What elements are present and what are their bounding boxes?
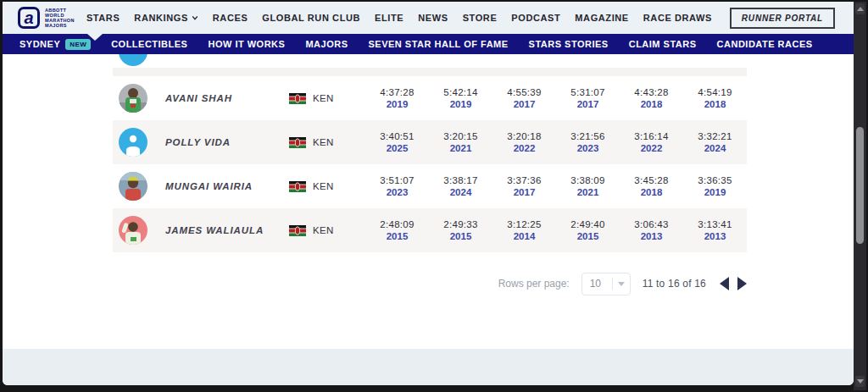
race-time: 3:40:51 — [365, 131, 429, 141]
kenya-flag-icon — [289, 93, 306, 104]
race-year-link[interactable]: 2019 — [429, 99, 492, 109]
nav-item-global-run-club[interactable]: GLOBAL RUN CLUB — [262, 13, 360, 23]
avatar — [119, 84, 147, 113]
kenya-flag-icon — [289, 225, 306, 236]
avatar — [119, 54, 147, 66]
race-year-link[interactable]: 2017 — [492, 187, 556, 197]
table-row[interactable]: JAMES WALIAULA KEN 2:48:092015 2:49:3320… — [113, 208, 747, 252]
race-time: 5:31:07 — [556, 87, 620, 97]
race-time: 3:36:35 — [683, 175, 747, 185]
nav-item-rankings[interactable]: RANKINGS — [134, 13, 198, 23]
race-year-link[interactable]: 2018 — [620, 99, 683, 109]
runner-country: KEN — [289, 137, 365, 148]
awmm-logo[interactable]: a ABBOTT WORLD MARATHON MAJORS — [18, 7, 75, 29]
pagination: Rows per page: 10 11 to 16 of 16 — [113, 271, 747, 296]
race-year-link[interactable]: 2013 — [683, 231, 747, 241]
scrollbar-thumb[interactable] — [856, 127, 864, 244]
scroll-down-button[interactable] — [855, 376, 865, 387]
subnav-item-sydney[interactable]: SYDNEY NEW — [19, 39, 91, 50]
select-caret-icon — [618, 282, 625, 286]
race-year-link[interactable]: 2013 — [620, 231, 683, 241]
race-time: 3:16:14 — [620, 131, 683, 141]
subnav-item-majors[interactable]: MAJORS — [305, 39, 348, 49]
race-year-link[interactable]: 2018 — [683, 99, 747, 109]
race-time: 3:12:25 — [492, 219, 556, 229]
stars-sub-navigation: SYDNEY NEW COLLECTIBLES HOW IT WORKS MAJ… — [3, 34, 854, 54]
runner-country: KEN — [289, 93, 365, 104]
race-year-link[interactable]: 2024 — [683, 143, 747, 153]
race-year-link[interactable]: 2022 — [492, 143, 556, 153]
nav-item-races[interactable]: RACES — [213, 13, 248, 23]
subnav-item-how-it-works[interactable]: HOW IT WORKS — [208, 39, 285, 49]
race-year-link[interactable]: 2015 — [365, 231, 429, 241]
avatar — [119, 172, 147, 201]
race-time: 5:42:14 — [429, 87, 492, 97]
race-time: 4:37:28 — [365, 87, 429, 97]
race-year-link[interactable]: 2014 — [492, 231, 556, 241]
race-time: 2:49:33 — [429, 219, 492, 229]
race-year-link[interactable]: 2018 — [620, 187, 683, 197]
rows-per-page-value: 10 — [582, 278, 612, 290]
nav-item-store[interactable]: STORE — [463, 13, 498, 23]
scroll-up-icon — [857, 7, 864, 11]
abbott-a-logo-icon: a — [18, 7, 40, 29]
subnav-item-seven-star-hall-of-fame[interactable]: SEVEN STAR HALL OF FAME — [368, 39, 508, 49]
scroll-up-button[interactable] — [855, 3, 865, 14]
nav-item-podcast[interactable]: PODCAST — [511, 13, 560, 23]
scrollbar[interactable] — [854, 2, 866, 390]
race-year-link[interactable]: 2022 — [620, 143, 683, 153]
race-year-link[interactable]: 2015 — [556, 231, 620, 241]
active-tab-notch — [87, 34, 103, 41]
runner-country: KEN — [289, 181, 365, 192]
nav-item-race-draws[interactable]: RACE DRAWS — [643, 13, 712, 23]
race-year-link[interactable]: 2025 — [365, 143, 429, 153]
table-row[interactable]: MUNGAI WAIRIA KEN 3:51:072023 3:38:17202… — [113, 164, 747, 208]
runner-portal-button[interactable]: RUNNER PORTAL — [730, 8, 835, 29]
nav-item-magazine[interactable]: MAGAZINE — [575, 13, 628, 23]
table-row-partial[interactable] — [113, 54, 747, 68]
race-time: 4:54:19 — [683, 87, 747, 97]
race-year-link[interactable]: 2023 — [365, 187, 429, 197]
default-person-icon — [119, 128, 147, 157]
browser-frame: a ABBOTT WORLD MARATHON MAJORS STARS RAN… — [0, 0, 868, 392]
previous-page-button[interactable] — [720, 277, 729, 290]
next-page-button[interactable] — [737, 277, 747, 290]
race-year-link[interactable]: 2019 — [683, 187, 747, 197]
rows-per-page-select[interactable]: 10 — [581, 273, 631, 295]
subnav-item-collectibles[interactable]: COLLECTIBLES — [111, 39, 187, 49]
nav-item-news[interactable]: NEWS — [418, 13, 448, 23]
subnav-item-candidate-races[interactable]: CANDIDATE RACES — [717, 39, 813, 49]
subnav-item-claim-stars[interactable]: CLAIM STARS — [629, 39, 697, 49]
table-row[interactable]: AVANI SHAH KEN 4:37:282019 5:42:142019 4… — [113, 76, 747, 120]
nav-item-stars[interactable]: STARS — [86, 13, 120, 23]
race-time: 3:20:15 — [429, 131, 492, 141]
race-time: 3:38:09 — [556, 175, 620, 185]
top-navigation: a ABBOTT WORLD MARATHON MAJORS STARS RAN… — [3, 2, 854, 34]
race-year-link[interactable]: 2021 — [429, 143, 492, 153]
page: a ABBOTT WORLD MARATHON MAJORS STARS RAN… — [3, 2, 854, 385]
table-row[interactable]: POLLY VIDA KEN 3:40:512025 3:20:152021 3… — [113, 120, 747, 164]
race-year-link[interactable]: 2024 — [429, 187, 492, 197]
logo-line: MAJORS — [45, 23, 75, 28]
runner-name: JAMES WALIAULA — [162, 225, 289, 235]
pagination-range-text: 11 to 16 of 16 — [643, 278, 706, 290]
runner-name: MUNGAI WAIRIA — [162, 181, 289, 191]
race-year-link[interactable]: 2017 — [492, 99, 556, 109]
subnav-item-stars-stories[interactable]: STARS STORIES — [529, 39, 609, 49]
nav-item-elite[interactable]: ELITE — [375, 13, 403, 23]
race-year-link[interactable]: 2019 — [365, 99, 429, 109]
avatar — [119, 128, 147, 157]
race-year-link[interactable]: 2023 — [556, 143, 620, 153]
race-year-link[interactable]: 2017 — [556, 99, 620, 109]
race-time: 3:20:18 — [492, 131, 556, 141]
race-year-link[interactable]: 2021 — [556, 187, 620, 197]
race-time: 3:45:28 — [620, 175, 683, 185]
runner-name: AVANI SHAH — [162, 93, 289, 103]
chevron-down-icon — [192, 14, 198, 21]
race-time: 3:37:36 — [492, 175, 556, 185]
select-divider — [612, 278, 613, 290]
avatar — [119, 216, 147, 245]
stars-results-table: AVANI SHAH KEN 4:37:282019 5:42:142019 4… — [3, 54, 854, 349]
race-year-link[interactable]: 2015 — [429, 231, 492, 241]
runner-photo — [119, 84, 147, 113]
